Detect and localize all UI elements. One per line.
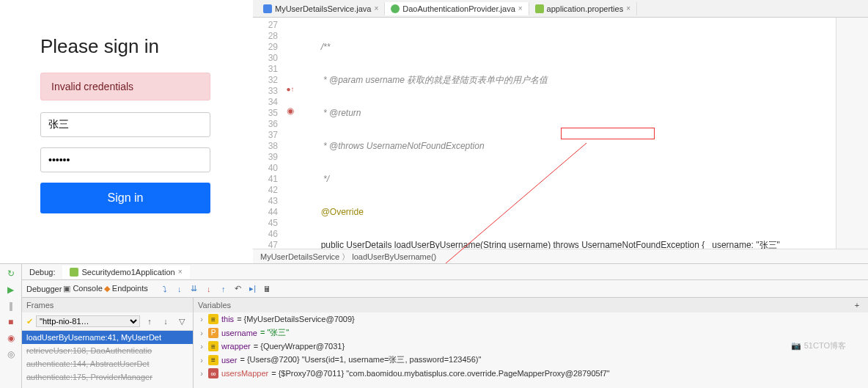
password-input[interactable] [40, 147, 210, 172]
smart-step-into-button[interactable]: ↓ [202, 282, 216, 296]
var-value: = {QueryWrapper@7031} [254, 342, 345, 351]
close-icon[interactable]: × [518, 4, 523, 12]
tab-label: Console [73, 284, 102, 293]
stack-frame[interactable]: loadUserByUsername:41, MyUserDet [22, 331, 193, 344]
run-to-cursor-button[interactable]: ▸| [246, 282, 260, 296]
header-label: Variables [198, 301, 231, 310]
variable-row[interactable]: ›≡this = {MyUserDetailsService@7009} [194, 312, 868, 326]
run-config-tab[interactable]: Securitydemo1Application× [62, 266, 189, 279]
var-name: wrapper [221, 342, 251, 351]
variables-pane: Variables+ ›≡this = {MyUserDetailsServic… [194, 298, 868, 388]
frames-header: Frames [22, 298, 193, 312]
tab-file-3[interactable]: application.properties× [529, 2, 637, 15]
frames-pane: Frames ✔ "http-nio-81… ↑ ↓ ▽ loadUserByU… [22, 298, 194, 388]
var-name: username [221, 329, 257, 337]
debug-toolbar: Debugger ▣ Console ◆ Endpoints ⤵ ↓ ⇊ ↓ ↑… [22, 280, 868, 298]
code-line: * @param username 获取的就是登陆页表单中的用户名值 [301, 75, 548, 85]
minimap[interactable] [836, 18, 868, 249]
watermark-text: 51CTO博客 [804, 340, 846, 351]
stack-frame[interactable]: authenticate:144, AbstractUserDet [22, 357, 193, 370]
line-gutter: 2728293031323334353637383940414243444546… [253, 18, 282, 263]
debugger-tab[interactable]: Debugger [26, 285, 62, 293]
variables-header: Variables+ [194, 298, 868, 312]
spring-boot-icon [70, 268, 78, 277]
next-frame-button[interactable]: ↓ [159, 315, 172, 328]
var-name: usersMapper [221, 369, 268, 378]
code-line: /** [301, 42, 330, 52]
watermark: 📷 51CTO博客 [791, 340, 846, 351]
properties-file-icon [535, 4, 544, 13]
close-icon[interactable]: × [178, 268, 183, 276]
variable-row[interactable]: ›∞usersMapper = {$Proxy70@7011} "com.bao… [194, 367, 868, 380]
object-icon: ≡ [208, 355, 218, 365]
java-interface-icon [391, 4, 400, 13]
variable-row[interactable]: ›≡wrapper = {QueryWrapper@7031} [194, 340, 868, 353]
tab-label: DaoAuthenticationProvider.java [402, 4, 515, 13]
username-input[interactable] [40, 112, 210, 137]
resume-button[interactable]: ▶ [4, 283, 18, 296]
var-value: = {MyUserDetailsService@7009} [237, 315, 355, 323]
evaluate-expression-button[interactable]: 🖩 [261, 282, 274, 296]
code-line: @Override [301, 207, 364, 217]
tab-file-1[interactable]: MyUserDetailsService.java× [257, 2, 385, 15]
breakpoint-icon[interactable]: ◉ [282, 106, 298, 117]
filter-frames-button[interactable]: ▽ [175, 315, 188, 328]
signin-title: Please sign in [40, 35, 210, 58]
stack-frame[interactable]: retrieveUser:108, DaoAuthenticatio [22, 344, 193, 357]
mute-breakpoints-button[interactable]: ◎ [4, 348, 18, 361]
force-step-into-button[interactable]: ⇊ [188, 282, 201, 296]
tab-label: application.properties [547, 4, 624, 13]
var-value: = {Users@7200} "Users(id=1, username=张三,… [240, 354, 481, 365]
debug-label: Debug: [22, 266, 62, 279]
pause-button[interactable]: ‖ [4, 299, 18, 312]
var-value: = {$Proxy70@7011} "com.baomidou.mybatisp… [271, 369, 610, 378]
close-icon[interactable]: × [626, 4, 630, 12]
drop-frame-button[interactable]: ↶ [232, 282, 245, 296]
var-value: = "张三" [260, 327, 289, 338]
editor-tabs: MyUserDetailsService.java× DaoAuthentica… [253, 0, 868, 18]
view-breakpoints-button[interactable]: ◉ [4, 332, 18, 345]
step-out-button[interactable]: ↑ [217, 282, 230, 296]
tab-label: MyUserDetailsService.java [275, 4, 371, 13]
step-over-button[interactable]: ⤵ [158, 282, 172, 296]
object-icon: ≡ [208, 341, 218, 351]
variable-row[interactable]: ›Pusername = "张三" [194, 326, 868, 340]
console-tab[interactable]: ▣ Console [63, 284, 102, 293]
stack-frame[interactable]: authenticate:175, ProviderManager [22, 370, 193, 384]
param-icon: P [208, 328, 218, 338]
mark-gutter: ●↑ ◉ [282, 18, 298, 263]
thread-status-icon: ✔ [26, 317, 33, 326]
code-line: */ [301, 174, 329, 184]
tab-file-2[interactable]: DaoAuthenticationProvider.java× [385, 2, 529, 15]
stop-button[interactable]: ■ [4, 315, 18, 329]
debug-panel: Debug: Securitydemo1Application× Debugge… [22, 263, 868, 388]
code-line: * @return [301, 108, 361, 118]
signin-button[interactable]: Sign in [40, 183, 210, 213]
debug-side-toolbar: ↻ ▶ ‖ ■ ◉ ◎ [0, 263, 22, 388]
run-config-label: Securitydemo1Application [81, 268, 174, 277]
close-icon[interactable]: × [374, 4, 378, 12]
variable-row[interactable]: ›≡user = {Users@7200} "Users(id=1, usern… [194, 353, 868, 367]
thread-selector[interactable]: "http-nio-81… [36, 315, 140, 327]
rerun-button[interactable]: ↻ [4, 267, 18, 280]
editor-breadcrumb[interactable]: MyUserDetailsService 〉 loadUserByUsernam… [253, 249, 868, 263]
alert-invalid-credentials: Invalid credentials [40, 73, 210, 100]
signin-panel: Please sign in Invalid credentials Sign … [0, 18, 251, 231]
endpoints-tab[interactable]: ◆ Endpoints [104, 284, 148, 293]
thread-selector-row: ✔ "http-nio-81… ↑ ↓ ▽ [22, 312, 193, 331]
add-watch-button[interactable]: + [850, 299, 864, 312]
step-into-button[interactable]: ↓ [173, 282, 186, 296]
var-name: user [221, 356, 237, 365]
prev-frame-button[interactable]: ↑ [143, 315, 156, 328]
tab-label: Endpoints [112, 284, 148, 293]
var-name: this [221, 315, 234, 323]
code-body[interactable]: /** * @param username 获取的就是登陆页表单中的用户名值 *… [298, 18, 868, 263]
code-line: * @throws UsernameNotFoundException [301, 141, 485, 151]
java-class-icon [263, 4, 272, 13]
debug-body: Frames ✔ "http-nio-81… ↑ ↓ ▽ loadUserByU… [22, 298, 868, 388]
editor-region: MyUserDetailsService.java× DaoAuthentica… [253, 0, 868, 263]
debug-tabs: Debug: Securitydemo1Application× [22, 264, 868, 280]
annotation-box [561, 128, 655, 139]
code-editor[interactable]: 2728293031323334353637383940414243444546… [253, 18, 868, 263]
override-marker-icon: ●↑ [282, 84, 298, 95]
